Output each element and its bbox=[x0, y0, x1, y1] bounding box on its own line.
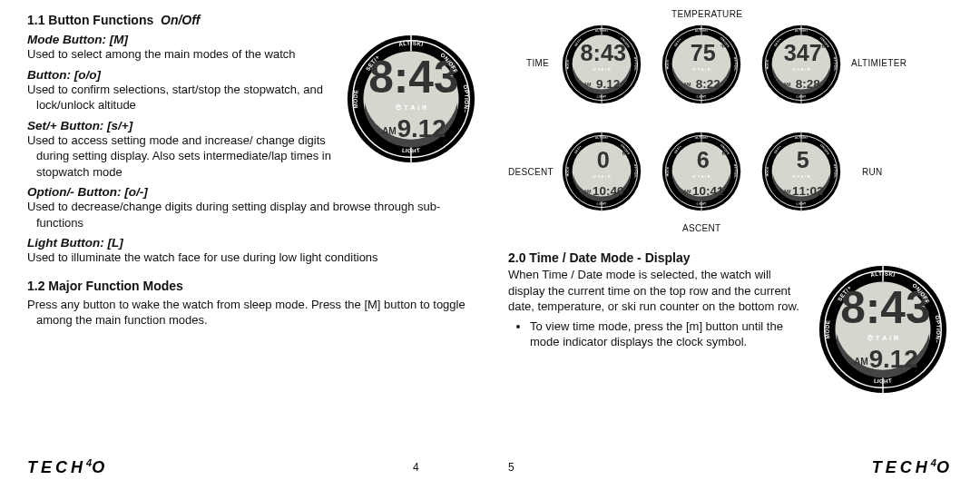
svg-text:MODE: MODE bbox=[765, 166, 769, 176]
svg-text:⏱  T  A  i  R: ⏱ T A i R bbox=[692, 174, 710, 179]
svg-text:AM: AM bbox=[783, 189, 791, 194]
svg-text:10:41: 10:41 bbox=[692, 184, 724, 198]
oo-button-heading: Button: [o/o] bbox=[27, 68, 336, 82]
watch-grid: TEMPERATURE TIME ALTIMIETER DESCENT RUN … bbox=[508, 13, 953, 249]
svg-text:75: 75 bbox=[691, 40, 716, 65]
label-run: RUN bbox=[862, 167, 883, 177]
svg-text:AM: AM bbox=[583, 189, 592, 194]
svg-text:9.12: 9.12 bbox=[596, 77, 620, 91]
svg-text:AM: AM bbox=[783, 82, 791, 87]
svg-text:ALTISKI: ALTISKI bbox=[595, 135, 609, 140]
svg-text:⏱  T  A  i  R: ⏱ T A i R bbox=[692, 67, 710, 72]
brand-text-2: O bbox=[92, 458, 108, 476]
svg-text:10:40: 10:40 bbox=[593, 184, 624, 198]
svg-text:6: 6 bbox=[697, 147, 710, 172]
heading-1-1: 1.1 Button Functions On/Off bbox=[27, 13, 336, 27]
section-1-2-text: Press any button to wake the watch from … bbox=[27, 297, 472, 328]
grid-watch-run: ⏱ T A i R 5 AM 11:02 ALTISKI LIGHT MODE … bbox=[760, 131, 842, 212]
svg-text:5: 5 bbox=[797, 147, 809, 172]
svg-text:⏱  T  A  i  R: ⏱ T A i R bbox=[593, 174, 611, 179]
section-2-0-bullets: To view time mode, press the [m] button … bbox=[508, 318, 808, 350]
svg-text:LIGHT: LIGHT bbox=[596, 201, 606, 205]
svg-text:8:28: 8:28 bbox=[796, 77, 821, 91]
heading-1-1-text: 1.1 Button Functions bbox=[27, 13, 153, 27]
brand-text-1-r: TECH bbox=[872, 458, 931, 476]
brand-logo-left: TECH4O bbox=[27, 457, 108, 477]
svg-text:MODE: MODE bbox=[352, 89, 359, 109]
page-right: TEMPERATURE TIME ALTIMIETER DESCENT RUN … bbox=[508, 13, 953, 479]
svg-text:⏱  T  A  i  R: ⏱ T A i R bbox=[792, 174, 810, 179]
svg-text:9.12: 9.12 bbox=[397, 114, 446, 142]
svg-text:⏱  T  A  i  R: ⏱ T A i R bbox=[593, 67, 611, 72]
svg-text:LIGHT: LIGHT bbox=[402, 147, 421, 154]
option-button-heading: Option/- Button: [o/-] bbox=[27, 185, 472, 199]
svg-text:AM: AM bbox=[683, 189, 691, 194]
svg-text:AM: AM bbox=[683, 82, 691, 87]
svg-text:AM: AM bbox=[583, 82, 592, 87]
svg-text:11:02: 11:02 bbox=[792, 184, 824, 198]
mode-button-text: Used to select among the main modes of t… bbox=[27, 46, 336, 63]
svg-text:LIGHT: LIGHT bbox=[696, 94, 706, 98]
svg-text:AM: AM bbox=[854, 357, 868, 367]
svg-text:LIGHT: LIGHT bbox=[596, 94, 606, 98]
svg-text:LIGHT: LIGHT bbox=[796, 201, 806, 205]
svg-text:ALTISKI: ALTISKI bbox=[695, 28, 709, 33]
svg-text:8:22: 8:22 bbox=[696, 77, 720, 91]
label-time: TIME bbox=[526, 58, 549, 68]
svg-text:MODE: MODE bbox=[665, 59, 669, 69]
grid-watch-ascent: ⏱ T A i R 6 ft AM 10:41 ALTISKI LIGHT MO… bbox=[661, 131, 742, 212]
section-2-0-bullet-1: To view time mode, press the [m] button … bbox=[530, 318, 808, 350]
svg-text:ALTISKI: ALTISKI bbox=[795, 135, 808, 140]
set-button-text: Used to access setting mode and increase… bbox=[27, 132, 336, 181]
label-altimeter: ALTIMIETER bbox=[851, 58, 906, 68]
svg-text:MODE: MODE bbox=[665, 166, 669, 176]
label-temperature: TEMPERATURE bbox=[671, 9, 742, 19]
svg-text:⏱  T  A  i  R: ⏱ T A i R bbox=[867, 334, 899, 342]
svg-text:AM: AM bbox=[382, 126, 397, 136]
section-1-1: 1.1 Button Functions On/Off Mode Button:… bbox=[27, 13, 336, 180]
svg-text:LIGHT: LIGHT bbox=[696, 201, 706, 205]
watch-illustration-left: ⏱ T A i R 8:43 AM 9.12 ALTISKI LIGHT MOD… bbox=[345, 33, 477, 165]
page-number-right: 5 bbox=[508, 461, 514, 474]
grid-watch-time: ⏱ T A i R 8:43 AM 9.12 ALTISKI LIGHT MOD… bbox=[561, 24, 642, 105]
svg-text:ALTISKI: ALTISKI bbox=[595, 28, 609, 33]
light-button-heading: Light Button: [L] bbox=[27, 236, 472, 250]
heading-1-1-onoff: On/Off bbox=[161, 13, 200, 27]
heading-1-2: 1.2 Major Function Modes bbox=[27, 279, 472, 293]
page-number-left: 4 bbox=[413, 461, 419, 474]
label-ascent: ASCENT bbox=[682, 223, 720, 233]
option-block: Option/- Button: [o/-] Used to decrease/… bbox=[27, 185, 472, 230]
svg-text:LIGHT: LIGHT bbox=[796, 94, 806, 98]
svg-text:⏱  T  A  i  R: ⏱ T A i R bbox=[792, 67, 810, 72]
label-descent: DESCENT bbox=[508, 167, 554, 177]
section-1-2: 1.2 Major Function Modes Press any butto… bbox=[27, 279, 472, 328]
svg-text:MODE: MODE bbox=[565, 166, 569, 176]
svg-text:9.12: 9.12 bbox=[869, 345, 918, 373]
brand-text-1: TECH bbox=[27, 458, 86, 476]
svg-text:MODE: MODE bbox=[824, 319, 831, 339]
mode-button-heading: Mode Button: [M] bbox=[27, 33, 336, 46]
svg-text:MODE: MODE bbox=[565, 59, 569, 69]
grid-watch-temperature: ⏱ T A i R 75 °F AM 8:22 ALTISKI LIGHT MO… bbox=[661, 24, 742, 105]
brand-logo-right: TECH4O bbox=[872, 457, 953, 477]
light-block: Light Button: [L] Used to illuminate the… bbox=[27, 236, 472, 266]
grid-watch-descent: ⏱ T A i R 0 ft AM 10:40 ALTISKI LIGHT MO… bbox=[561, 131, 642, 212]
set-button-heading: Set/+ Button: [s/+] bbox=[27, 119, 336, 132]
watch-illustration-right: ⏱ T A i R 8:43 AM 9.12 ALTISKI LIGHT MOD… bbox=[817, 263, 949, 396]
oo-button-text: Used to confirm selections, start/stop t… bbox=[27, 82, 336, 113]
svg-text:0: 0 bbox=[597, 147, 610, 172]
option-button-text: Used to decrease/change digits during se… bbox=[27, 199, 472, 230]
page-left: 1.1 Button Functions On/Off Mode Button:… bbox=[27, 13, 472, 479]
svg-text:ALTISKI: ALTISKI bbox=[795, 28, 808, 33]
svg-text:8:43: 8:43 bbox=[581, 40, 626, 65]
section-2-0-text: When Time / Date mode is selected, the w… bbox=[508, 267, 808, 315]
svg-text:LIGHT: LIGHT bbox=[874, 377, 893, 385]
svg-text:ALTISKI: ALTISKI bbox=[695, 135, 709, 140]
svg-text:347: 347 bbox=[784, 40, 822, 65]
svg-text:⏱  T  A  i  R: ⏱ T A i R bbox=[395, 103, 427, 112]
svg-text:MODE: MODE bbox=[765, 59, 769, 69]
brand-text-2-r: O bbox=[936, 458, 953, 476]
grid-watch-altimeter: ⏱ T A i R 347 ft AM 8:28 ALTISKI LIGHT M… bbox=[760, 24, 842, 105]
light-button-text: Used to illuminate the watch face for us… bbox=[27, 250, 472, 266]
